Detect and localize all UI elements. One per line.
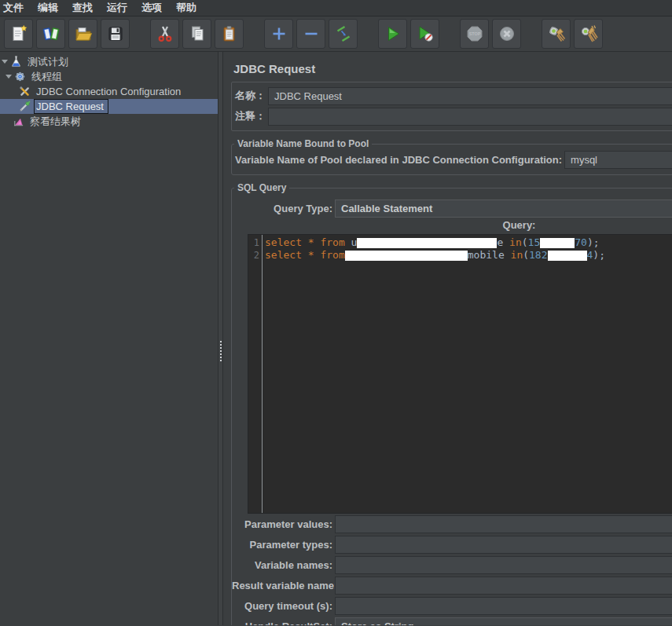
- name-label: 名称：: [235, 89, 268, 103]
- start-no-pauses-button[interactable]: [410, 19, 439, 49]
- plus-icon: [270, 24, 288, 43]
- paste-clipboard-icon: [220, 24, 239, 43]
- tree-item-label[interactable]: JDBC Request: [35, 100, 108, 113]
- test-plan-tree: 测试计划 线程组 JDBC Connectio: [0, 52, 218, 625]
- query-type-dropdown[interactable]: Callable Statement: [335, 200, 672, 218]
- jmeter-window: 文件 编辑 查找 运行 选项 帮助: [0, 0, 672, 626]
- sql-query-group-title: SQL Query: [234, 182, 289, 193]
- result-variable-name-input[interactable]: [335, 577, 672, 595]
- sql-query-group: SQL Query Query Type: Callable Statement…: [231, 182, 672, 625]
- save-floppy-icon: [106, 24, 125, 43]
- copy-button[interactable]: [182, 19, 211, 49]
- query-timeout-input[interactable]: [335, 597, 672, 615]
- svg-text:STOP: STOP: [468, 31, 480, 36]
- parameter-values-input[interactable]: [335, 515, 672, 533]
- toggle-pencils-icon: [334, 24, 353, 43]
- shutdown-button[interactable]: [492, 19, 521, 49]
- splitter[interactable]: [218, 52, 223, 625]
- query-timeout-label: Query timeout (s):: [232, 600, 332, 612]
- comments-label: 注释：: [235, 109, 268, 123]
- pool-variable-label: Variable Name of Pool declared in JDBC C…: [235, 154, 562, 166]
- tree-item-test-plan[interactable]: 测试计划: [0, 54, 218, 69]
- tree-item-jdbc-connection-configuration[interactable]: JDBC Connection Configuration: [0, 84, 218, 99]
- minus-icon: [302, 24, 321, 43]
- new-file-icon: [9, 24, 28, 43]
- query-label: Query:: [232, 218, 672, 232]
- start-play-icon: [384, 24, 402, 43]
- toolbar: STOP: [0, 16, 672, 52]
- thread-group-gear-icon: [14, 71, 26, 82]
- tree-item-jdbc-request[interactable]: JDBC Request: [0, 99, 218, 114]
- menu-search[interactable]: 查找: [65, 1, 100, 15]
- tree-item-label[interactable]: 测试计划: [26, 54, 72, 70]
- remove-button[interactable]: [296, 19, 325, 49]
- test-plan-flask-icon: [10, 56, 22, 68]
- menu-help[interactable]: 帮助: [169, 1, 204, 15]
- variable-names-input[interactable]: [335, 556, 672, 574]
- chevron-down-icon[interactable]: [6, 75, 12, 79]
- menu-file[interactable]: 文件: [0, 1, 31, 15]
- parameter-values-label: Parameter values:: [232, 518, 332, 530]
- menu-bar: 文件 编辑 查找 运行 选项 帮助: [0, 0, 672, 16]
- cut-button[interactable]: [150, 19, 179, 49]
- add-button[interactable]: [264, 19, 293, 49]
- start-button[interactable]: [378, 19, 407, 49]
- comments-input[interactable]: [268, 108, 672, 126]
- dropper-icon: [19, 101, 31, 112]
- sql-editor[interactable]: 12 select * from ue in(1570);select * fr…: [248, 234, 672, 514]
- menu-edit[interactable]: 编辑: [31, 1, 65, 15]
- paste-button[interactable]: [215, 19, 244, 49]
- tree-item-label[interactable]: JDBC Connection Configuration: [35, 85, 185, 98]
- toggle-button[interactable]: [329, 19, 358, 49]
- tree-item-view-results-tree[interactable]: 察看结果树: [0, 114, 218, 129]
- templates-button[interactable]: [36, 19, 65, 49]
- clear-button[interactable]: [542, 19, 571, 49]
- stop-button[interactable]: STOP: [460, 19, 489, 49]
- stop-octagon-icon: STOP: [465, 24, 484, 43]
- clear-all-button[interactable]: [574, 19, 603, 49]
- sql-editor-code[interactable]: select * from ue in(1570);select * fromm…: [263, 235, 672, 513]
- copy-pages-icon: [188, 24, 207, 43]
- query-type-label: Query Type:: [232, 203, 332, 214]
- page-title: JDBC Request: [233, 62, 672, 75]
- pool-group-title: Variable Name Bound to Pool: [234, 138, 372, 149]
- result-variable-name-label: Result variable name:: [232, 580, 332, 591]
- parameter-types-input[interactable]: [335, 536, 672, 554]
- start-no-pauses-icon: [416, 24, 435, 43]
- pool-variable-input[interactable]: mysql: [564, 151, 672, 169]
- chevron-down-icon[interactable]: [2, 60, 8, 64]
- open-button[interactable]: [68, 19, 97, 49]
- sql-editor-gutter: 12: [248, 235, 262, 513]
- clear-broom-icon: [547, 24, 566, 43]
- menu-options[interactable]: 选项: [134, 1, 169, 15]
- clear-all-broom-icon: [579, 24, 598, 43]
- open-folder-icon: [74, 24, 93, 43]
- name-input[interactable]: JDBC Request: [268, 87, 672, 105]
- name-comments-group: 名称： JDBC Request 注释：: [231, 82, 672, 131]
- handle-resultset-label: Handle ResultSet:: [232, 621, 332, 626]
- tree-item-thread-group[interactable]: 线程组: [0, 69, 218, 84]
- parameter-types-label: Parameter types:: [232, 539, 332, 551]
- splitter-grip-icon[interactable]: [219, 340, 222, 362]
- shutdown-x-icon: [498, 24, 516, 43]
- jdbc-request-panel: JDBC Request 名称： JDBC Request 注释： Variab…: [223, 52, 672, 625]
- tools-icon: [19, 86, 31, 97]
- tree-item-label[interactable]: 察看结果树: [28, 114, 85, 130]
- new-button[interactable]: [4, 19, 33, 49]
- cut-scissors-icon: [156, 24, 174, 43]
- save-button[interactable]: [101, 19, 130, 49]
- pool-group: Variable Name Bound to Pool Variable Nam…: [231, 138, 672, 175]
- handle-resultset-dropdown[interactable]: Store as String: [335, 617, 672, 626]
- tree-item-label[interactable]: 线程组: [30, 69, 66, 85]
- menu-run[interactable]: 运行: [100, 1, 134, 15]
- variable-names-label: Variable names:: [232, 559, 332, 571]
- results-tree-icon: [13, 115, 24, 127]
- templates-books-icon: [42, 24, 61, 43]
